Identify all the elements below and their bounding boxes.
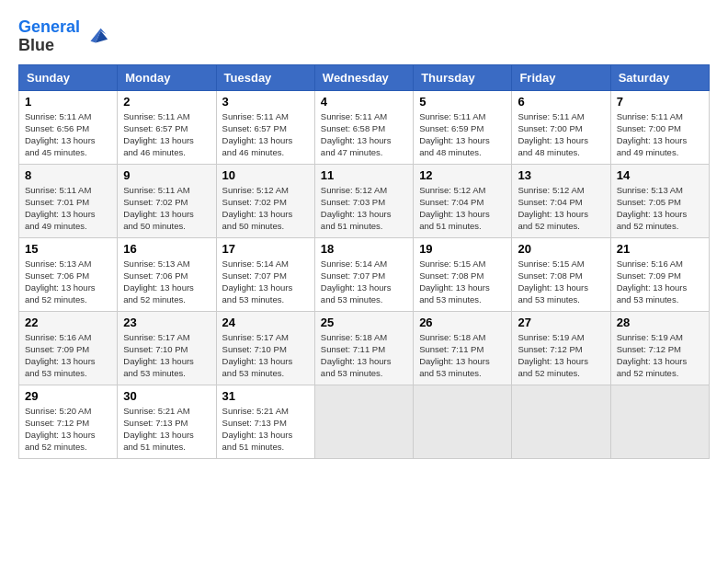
weekday-header-friday: Friday — [512, 64, 610, 90]
calendar-cell: 3Sunrise: 5:11 AM Sunset: 6:57 PM Daylig… — [216, 90, 314, 164]
calendar-cell: 1Sunrise: 5:11 AM Sunset: 6:56 PM Daylig… — [19, 90, 118, 164]
calendar-week-row: 29Sunrise: 5:20 AM Sunset: 7:12 PM Dayli… — [19, 385, 710, 458]
page-header: GeneralBlue — [18, 18, 710, 55]
calendar-cell: 26Sunrise: 5:18 AM Sunset: 7:11 PM Dayli… — [414, 311, 512, 385]
day-number: 6 — [518, 95, 604, 109]
calendar-cell: 2Sunrise: 5:11 AM Sunset: 6:57 PM Daylig… — [118, 90, 216, 164]
day-number: 27 — [518, 316, 604, 329]
day-number: 17 — [222, 242, 309, 256]
day-info: Sunrise: 5:11 AM Sunset: 6:57 PM Dayligh… — [123, 110, 210, 159]
day-info: Sunrise: 5:12 AM Sunset: 7:04 PM Dayligh… — [518, 184, 604, 233]
calendar-week-row: 22Sunrise: 5:16 AM Sunset: 7:09 PM Dayli… — [19, 311, 710, 385]
calendar-cell: 5Sunrise: 5:11 AM Sunset: 6:59 PM Daylig… — [414, 90, 512, 164]
calendar-cell: 23Sunrise: 5:17 AM Sunset: 7:10 PM Dayli… — [118, 311, 216, 385]
calendar-cell: 16Sunrise: 5:13 AM Sunset: 7:06 PM Dayli… — [118, 237, 216, 311]
logo: GeneralBlue — [18, 18, 109, 55]
day-info: Sunrise: 5:18 AM Sunset: 7:11 PM Dayligh… — [321, 331, 407, 380]
calendar-cell: 15Sunrise: 5:13 AM Sunset: 7:06 PM Dayli… — [19, 237, 118, 311]
day-number: 24 — [222, 316, 309, 329]
day-info: Sunrise: 5:11 AM Sunset: 7:00 PM Dayligh… — [617, 110, 703, 159]
day-info: Sunrise: 5:16 AM Sunset: 7:09 PM Dayligh… — [25, 331, 111, 380]
calendar-cell: 13Sunrise: 5:12 AM Sunset: 7:04 PM Dayli… — [512, 164, 610, 237]
calendar-cell: 4Sunrise: 5:11 AM Sunset: 6:58 PM Daylig… — [314, 90, 413, 164]
calendar-cell: 22Sunrise: 5:16 AM Sunset: 7:09 PM Dayli… — [19, 311, 118, 385]
day-number: 23 — [123, 316, 210, 329]
day-number: 19 — [419, 242, 506, 256]
day-number: 1 — [25, 95, 111, 109]
day-number: 18 — [321, 242, 407, 256]
calendar-cell: 8Sunrise: 5:11 AM Sunset: 7:01 PM Daylig… — [19, 164, 118, 237]
day-number: 31 — [222, 389, 309, 403]
day-number: 25 — [321, 316, 407, 329]
day-number: 14 — [617, 168, 703, 182]
logo-icon — [84, 24, 109, 50]
day-number: 12 — [419, 168, 506, 182]
day-number: 9 — [123, 168, 210, 182]
day-number: 7 — [617, 95, 703, 109]
day-number: 16 — [123, 242, 210, 256]
calendar-cell — [414, 385, 512, 458]
day-number: 13 — [518, 168, 604, 182]
day-info: Sunrise: 5:19 AM Sunset: 7:12 PM Dayligh… — [617, 331, 703, 380]
calendar-cell: 28Sunrise: 5:19 AM Sunset: 7:12 PM Dayli… — [610, 311, 709, 385]
calendar-cell: 7Sunrise: 5:11 AM Sunset: 7:00 PM Daylig… — [610, 90, 709, 164]
calendar-week-row: 15Sunrise: 5:13 AM Sunset: 7:06 PM Dayli… — [19, 237, 710, 311]
day-info: Sunrise: 5:17 AM Sunset: 7:10 PM Dayligh… — [222, 331, 309, 380]
day-info: Sunrise: 5:11 AM Sunset: 6:59 PM Dayligh… — [419, 110, 506, 159]
calendar-cell: 20Sunrise: 5:15 AM Sunset: 7:08 PM Dayli… — [512, 237, 610, 311]
calendar-cell: 25Sunrise: 5:18 AM Sunset: 7:11 PM Dayli… — [314, 311, 413, 385]
calendar-cell: 21Sunrise: 5:16 AM Sunset: 7:09 PM Dayli… — [610, 237, 709, 311]
day-info: Sunrise: 5:13 AM Sunset: 7:06 PM Dayligh… — [123, 258, 210, 306]
day-info: Sunrise: 5:15 AM Sunset: 7:08 PM Dayligh… — [419, 258, 506, 306]
calendar-cell: 12Sunrise: 5:12 AM Sunset: 7:04 PM Dayli… — [414, 164, 512, 237]
day-info: Sunrise: 5:17 AM Sunset: 7:10 PM Dayligh… — [123, 331, 210, 380]
calendar-cell — [314, 385, 413, 458]
weekday-header-wednesday: Wednesday — [314, 64, 413, 90]
weekday-header-monday: Monday — [118, 64, 216, 90]
calendar-cell: 31Sunrise: 5:21 AM Sunset: 7:13 PM Dayli… — [216, 385, 314, 458]
day-number: 5 — [419, 95, 506, 109]
calendar-cell: 9Sunrise: 5:11 AM Sunset: 7:02 PM Daylig… — [118, 164, 216, 237]
calendar-cell: 10Sunrise: 5:12 AM Sunset: 7:02 PM Dayli… — [216, 164, 314, 237]
logo-text: GeneralBlue — [18, 18, 80, 55]
day-info: Sunrise: 5:16 AM Sunset: 7:09 PM Dayligh… — [617, 258, 703, 306]
calendar-cell: 27Sunrise: 5:19 AM Sunset: 7:12 PM Dayli… — [512, 311, 610, 385]
day-info: Sunrise: 5:11 AM Sunset: 6:58 PM Dayligh… — [321, 110, 407, 159]
calendar-cell: 30Sunrise: 5:21 AM Sunset: 7:13 PM Dayli… — [118, 385, 216, 458]
day-info: Sunrise: 5:11 AM Sunset: 6:57 PM Dayligh… — [222, 110, 309, 159]
day-info: Sunrise: 5:13 AM Sunset: 7:05 PM Dayligh… — [617, 184, 703, 233]
calendar-week-row: 8Sunrise: 5:11 AM Sunset: 7:01 PM Daylig… — [19, 164, 710, 237]
day-info: Sunrise: 5:14 AM Sunset: 7:07 PM Dayligh… — [222, 258, 309, 306]
calendar-cell: 24Sunrise: 5:17 AM Sunset: 7:10 PM Dayli… — [216, 311, 314, 385]
weekday-header-sunday: Sunday — [19, 64, 118, 90]
calendar-cell — [610, 385, 709, 458]
weekday-header-row: SundayMondayTuesdayWednesdayThursdayFrid… — [19, 64, 710, 90]
day-number: 29 — [25, 389, 111, 403]
day-number: 4 — [321, 95, 407, 109]
day-number: 26 — [419, 316, 506, 329]
day-info: Sunrise: 5:21 AM Sunset: 7:13 PM Dayligh… — [123, 405, 210, 454]
day-info: Sunrise: 5:11 AM Sunset: 7:02 PM Dayligh… — [123, 184, 210, 233]
day-number: 22 — [25, 316, 111, 329]
calendar-cell: 19Sunrise: 5:15 AM Sunset: 7:08 PM Dayli… — [414, 237, 512, 311]
calendar-cell: 18Sunrise: 5:14 AM Sunset: 7:07 PM Dayli… — [314, 237, 413, 311]
day-number: 2 — [123, 95, 210, 109]
day-number: 30 — [123, 389, 210, 403]
day-number: 28 — [617, 316, 703, 329]
day-number: 21 — [617, 242, 703, 256]
day-number: 11 — [321, 168, 407, 182]
day-info: Sunrise: 5:12 AM Sunset: 7:04 PM Dayligh… — [419, 184, 506, 233]
day-info: Sunrise: 5:11 AM Sunset: 7:00 PM Dayligh… — [518, 110, 604, 159]
weekday-header-tuesday: Tuesday — [216, 64, 314, 90]
weekday-header-thursday: Thursday — [414, 64, 512, 90]
day-number: 20 — [518, 242, 604, 256]
day-info: Sunrise: 5:14 AM Sunset: 7:07 PM Dayligh… — [321, 258, 407, 306]
day-info: Sunrise: 5:11 AM Sunset: 7:01 PM Dayligh… — [25, 184, 111, 233]
day-number: 3 — [222, 95, 309, 109]
day-info: Sunrise: 5:15 AM Sunset: 7:08 PM Dayligh… — [518, 258, 604, 306]
calendar-cell: 29Sunrise: 5:20 AM Sunset: 7:12 PM Dayli… — [19, 385, 118, 458]
day-info: Sunrise: 5:11 AM Sunset: 6:56 PM Dayligh… — [25, 110, 111, 159]
day-info: Sunrise: 5:12 AM Sunset: 7:02 PM Dayligh… — [222, 184, 309, 233]
weekday-header-saturday: Saturday — [610, 64, 709, 90]
calendar-week-row: 1Sunrise: 5:11 AM Sunset: 6:56 PM Daylig… — [19, 90, 710, 164]
